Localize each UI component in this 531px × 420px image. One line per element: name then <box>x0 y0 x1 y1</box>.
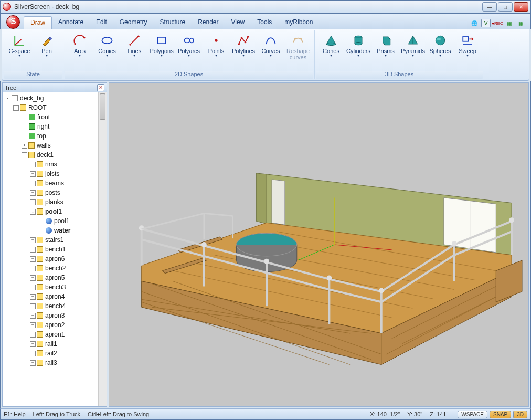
tree-node-right[interactable]: right <box>3 122 107 131</box>
tree-scrollbar[interactable] <box>98 92 107 406</box>
tree-node-rail3[interactable]: +rail3 <box>3 358 107 368</box>
tree-expander-icon[interactable]: + <box>30 313 36 319</box>
tree-expander-icon[interactable]: - <box>5 96 10 101</box>
tree-expander-icon[interactable]: + <box>30 200 36 205</box>
tree-node-apron3[interactable]: +apron3 <box>3 311 107 320</box>
tree-node-deck1[interactable]: -deck1 <box>3 150 107 160</box>
ribbon-item-pyramids[interactable]: Pyramids▾ <box>400 32 426 71</box>
tree-close-button[interactable]: ✕ <box>97 84 104 91</box>
tree-expander-icon[interactable]: + <box>30 171 36 177</box>
tree-node-apron2[interactable]: +apron2 <box>3 320 107 330</box>
tree-node-deck_bg[interactable]: -deck_bg <box>3 93 107 103</box>
tree-node-pool1[interactable]: pool1 <box>3 216 107 226</box>
ribbon-tab-draw[interactable]: Draw <box>24 16 52 29</box>
globe-icon[interactable]: 🌐 <box>470 19 479 27</box>
ribbon-item-sweep[interactable]: Sweep▾ <box>454 32 481 71</box>
tree-node-apron6[interactable]: +apron6 <box>3 254 107 264</box>
ribbon-item-cylinders[interactable]: Cylinders▾ <box>345 32 371 71</box>
ribbon-item-spheres[interactable]: Spheres▾ <box>427 32 453 71</box>
ribbon-tab-edit[interactable]: Edit <box>90 16 113 29</box>
ribbon-item-arcs[interactable]: Arcs▾ <box>67 32 93 71</box>
ribbon: C-space▾Pen▾StateArcs▾Conics▾Lines▾Polyg… <box>2 29 529 81</box>
tree-expander-icon[interactable]: - <box>13 105 19 111</box>
tree-node-rims[interactable]: +rims <box>3 160 107 169</box>
tree-node-stairs1[interactable]: +stairs1 <box>3 235 107 245</box>
ribbon-item-curves[interactable]: Curves▾ <box>258 32 284 71</box>
tree-expander-icon[interactable]: + <box>30 285 36 290</box>
tree-expander-icon[interactable]: + <box>30 190 36 196</box>
tree-expander-icon[interactable]: + <box>30 303 36 309</box>
ribbon-tab-tools[interactable]: Tools <box>251 16 278 29</box>
tree-node-top[interactable]: top <box>3 131 107 141</box>
tree-node-planks[interactable]: +planks <box>3 197 107 207</box>
tree-node-root[interactable]: -ROOT <box>3 103 107 112</box>
tree-node-bench1[interactable]: +bench1 <box>3 245 107 254</box>
tree-expander-icon[interactable]: + <box>30 294 36 300</box>
tree-expander-icon[interactable]: + <box>30 341 36 347</box>
conics-icon <box>99 33 115 48</box>
svg-point-5 <box>102 37 112 44</box>
ribbon-tab-annotate[interactable]: Annotate <box>52 16 90 29</box>
ribbon-tab-geometry[interactable]: Geometry <box>113 16 154 29</box>
tree-node-walls[interactable]: +walls <box>3 141 107 150</box>
ribbon-item-polyarcs[interactable]: Polyarcs▾ <box>176 32 202 71</box>
rec-icon[interactable]: ●REC <box>493 19 502 27</box>
ribbon-item-c-space[interactable]: C-space▾ <box>6 32 33 71</box>
viewport-3d[interactable] <box>109 82 529 407</box>
ribbon-item-polygons[interactable]: Polygons▾ <box>148 32 175 71</box>
ribbon-item-pen[interactable]: Pen▾ <box>34 32 60 71</box>
link1-icon[interactable]: ▦ <box>504 19 514 27</box>
tree-expander-icon[interactable]: + <box>30 332 36 338</box>
tree-sq-icon <box>37 180 43 186</box>
ribbon-item-lines[interactable]: Lines▾ <box>121 32 147 71</box>
close-button[interactable]: ✕ <box>514 2 528 12</box>
tree-node-apron5[interactable]: +apron5 <box>3 273 107 282</box>
tree-node-rail1[interactable]: +rail1 <box>3 339 107 349</box>
tree-node-apron4[interactable]: +apron4 <box>3 292 107 301</box>
tree-expander-icon[interactable]: + <box>30 360 36 366</box>
ribbon-item-cones[interactable]: Cones▾ <box>318 32 344 71</box>
tree-node-beams[interactable]: +beams <box>3 178 107 188</box>
tree-node-posts[interactable]: +posts <box>3 188 107 197</box>
link2-icon[interactable]: ▦ <box>516 19 525 27</box>
v-button[interactable]: V <box>481 19 491 27</box>
tree-scrollbar-thumb[interactable] <box>100 93 105 120</box>
status-button-snap[interactable]: SNAP <box>490 411 511 418</box>
status-button-wspace[interactable]: WSPACE <box>458 411 487 418</box>
tree-expander-icon[interactable]: + <box>30 322 36 328</box>
status-button-3d[interactable]: 3D <box>513 411 527 418</box>
tree-expander-icon[interactable]: + <box>30 275 36 281</box>
points-icon <box>208 33 225 48</box>
ribbon-item-points[interactable]: Points▾ <box>203 32 229 71</box>
ribbon-tab-structure[interactable]: Structure <box>153 16 192 29</box>
tree-expander-icon[interactable]: + <box>30 247 36 253</box>
tree-expander-icon[interactable]: + <box>30 237 36 243</box>
tree-node-front[interactable]: front <box>3 112 107 122</box>
tree-node-bench4[interactable]: +bench4 <box>3 301 107 311</box>
app-menu-button[interactable] <box>3 15 24 29</box>
tree-expander-icon[interactable]: + <box>30 256 36 262</box>
tree-node-joists[interactable]: +joists <box>3 169 107 178</box>
tree-expander-icon[interactable]: + <box>30 181 36 186</box>
ribbon-tab-myribbon[interactable]: myRibbon <box>278 16 319 29</box>
tree-node-water[interactable]: water <box>3 226 107 235</box>
tree-node-bench2[interactable]: +bench2 <box>3 264 107 273</box>
tree-node-pool1[interactable]: -pool1 <box>3 207 107 216</box>
ribbon-tab-view[interactable]: View <box>225 16 251 29</box>
tree-expander-icon[interactable]: + <box>30 266 36 271</box>
ribbon-item-conics[interactable]: Conics▾ <box>94 32 120 71</box>
tree-expander-icon[interactable]: - <box>22 152 27 158</box>
tree-expander-icon[interactable]: + <box>30 351 36 356</box>
tree-expander-icon[interactable]: + <box>30 162 36 167</box>
tree-expander-icon[interactable]: + <box>22 143 27 149</box>
tree-node-bench3[interactable]: +bench3 <box>3 282 107 292</box>
tree-body[interactable]: -deck_bg-ROOTfrontrighttop+walls-deck1+r… <box>3 92 107 406</box>
tree-expander-icon[interactable]: - <box>30 209 36 215</box>
ribbon-item-polylines[interactable]: Polylines▾ <box>230 32 257 71</box>
ribbon-item-prisms[interactable]: Prisms▾ <box>373 32 399 71</box>
maximize-button[interactable]: □ <box>498 2 513 12</box>
ribbon-tab-render[interactable]: Render <box>192 16 225 29</box>
minimize-button[interactable]: — <box>482 2 497 12</box>
tree-node-apron1[interactable]: +apron1 <box>3 330 107 339</box>
tree-node-rail2[interactable]: +rail2 <box>3 349 107 358</box>
